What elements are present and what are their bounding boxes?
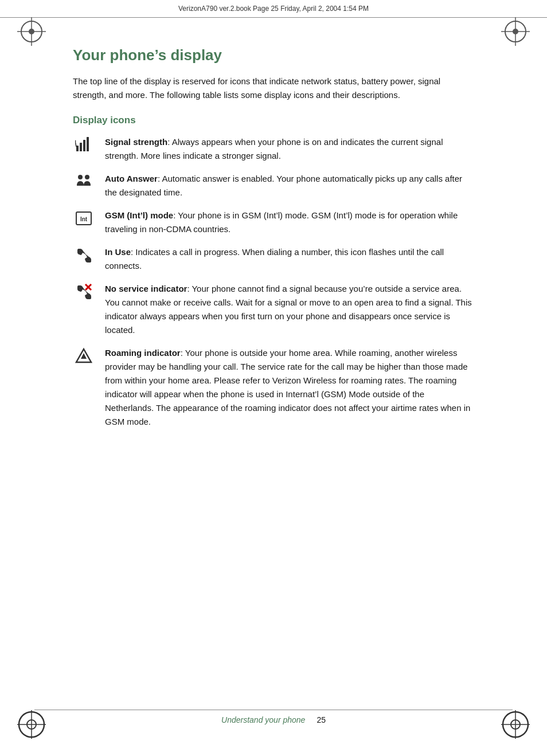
- page-title: Your phone’s display: [73, 46, 474, 64]
- header-bar: VerizonA790 ver.2.book Page 25 Friday, A…: [0, 0, 547, 18]
- svg-rect-18: [83, 140, 85, 151]
- auto-answer-icon: [73, 172, 95, 190]
- svg-rect-19: [87, 137, 89, 151]
- crosshair-bottom-left: [17, 710, 46, 739]
- list-item: Roaming indicator: Your phone is outside…: [73, 346, 474, 429]
- roaming-icon: [73, 346, 95, 365]
- footer-label: Understand your phone: [221, 715, 305, 724]
- crosshair-top-right: [501, 17, 530, 46]
- roaming-label: Roaming indicator: [105, 348, 181, 358]
- crosshair-bottom-right: [501, 710, 530, 739]
- section-title: Display icons: [73, 115, 474, 126]
- list-item: Signal strength: Always appears when you…: [73, 135, 474, 163]
- svg-point-23: [85, 175, 89, 179]
- footer-line: [34, 710, 513, 710]
- auto-answer-label: Auto Answer: [105, 174, 158, 183]
- list-item: Int GSM (Int’l) mode: Your phone is in G…: [73, 209, 474, 236]
- in-use-icon: [73, 245, 95, 264]
- intro-paragraph: The top line of the display is reserved …: [73, 75, 474, 102]
- svg-point-21: [75, 140, 76, 142]
- roaming-text: Roaming indicator: Your phone is outside…: [105, 346, 474, 429]
- svg-line-20: [75, 141, 76, 147]
- no-service-icon: [73, 282, 95, 300]
- main-content: Your phone’s display The top line of the…: [15, 18, 532, 484]
- gsm-mode-icon: Int: [73, 209, 95, 227]
- header-text: VerizonA790 ver.2.book Page 25 Friday, A…: [178, 5, 369, 13]
- signal-strength-icon: [73, 135, 95, 154]
- signal-strength-text: Signal strength: Always appears when you…: [105, 135, 474, 163]
- footer: Understand your phone 25: [0, 715, 547, 724]
- svg-point-22: [78, 175, 83, 179]
- auto-answer-text: Auto Answer: Automatic answer is enabled…: [105, 172, 474, 199]
- no-service-label: No service indicator: [105, 284, 187, 293]
- gsm-mode-label: GSM (Int’l) mode: [105, 210, 173, 220]
- list-item: In Use: Indicates a call in progress. Wh…: [73, 245, 474, 273]
- svg-text:Int: Int: [80, 216, 88, 222]
- display-icons-list: Signal strength: Always appears when you…: [73, 135, 474, 429]
- svg-rect-17: [80, 143, 82, 151]
- list-item: Auto Answer: Automatic answer is enabled…: [73, 172, 474, 199]
- crosshair-top-left: [17, 17, 46, 46]
- in-use-label: In Use: [105, 247, 131, 257]
- footer-page-number: 25: [317, 715, 326, 724]
- in-use-text: In Use: Indicates a call in progress. Wh…: [105, 245, 474, 273]
- list-item: No service indicator: Your phone cannot …: [73, 282, 474, 337]
- no-service-text: No service indicator: Your phone cannot …: [105, 282, 474, 337]
- gsm-mode-text: GSM (Int’l) mode: Your phone is in GSM (…: [105, 209, 474, 236]
- signal-strength-label: Signal strength: [105, 137, 167, 147]
